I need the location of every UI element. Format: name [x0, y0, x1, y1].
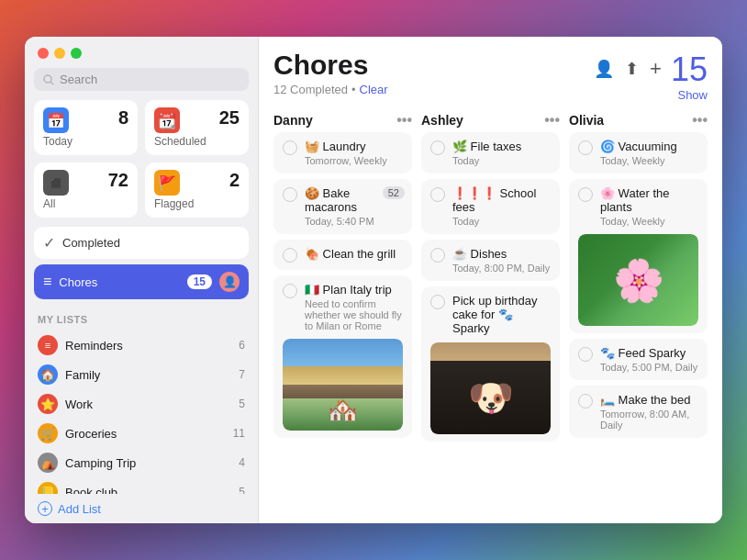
olivia-more-button[interactable]: •••: [692, 112, 708, 129]
camping-label: Camping Trip: [65, 456, 231, 470]
task-subtitle: Today: [452, 155, 521, 166]
reminders-count: 6: [239, 339, 245, 352]
list-items: ≡ Reminders 6 🏠 Family 7 ⭐ Work 5 🛒 Groc…: [25, 330, 258, 494]
add-list-button[interactable]: + Add List: [25, 494, 258, 523]
completed-item[interactable]: ✓ Completed: [34, 227, 249, 259]
task-subtitle: Today, 5:00 PM, Daily: [600, 362, 697, 373]
search-bar[interactable]: Search: [34, 68, 249, 91]
share-button[interactable]: ⬆: [625, 59, 639, 79]
task-circle[interactable]: [283, 248, 297, 263]
task-subtitle: Today: [452, 216, 551, 227]
col-header-olivia: Olivia •••: [569, 112, 708, 129]
task-water-plants[interactable]: 🌸 Water the plants Today, Weekly 🌸: [569, 179, 708, 333]
task-subtitle: Tomorrow, 8:00 AM, Daily: [600, 409, 698, 431]
app-window: Search 📅 8 Today 📆 25 Scheduled ⬛: [25, 37, 722, 523]
task-school-fees[interactable]: ❗❗❗ School fees Today: [421, 179, 560, 234]
task-clean-grill[interactable]: 🍖 Clean the grill: [273, 240, 412, 270]
scheduled-icon: 📆: [154, 107, 180, 133]
task-circle[interactable]: [578, 347, 593, 362]
sidebar-item-reminders[interactable]: ≡ Reminders 6: [25, 330, 258, 360]
task-title: 🍖 Clean the grill: [305, 247, 396, 261]
task-circle[interactable]: [283, 284, 297, 298]
quick-item-flagged[interactable]: 🚩 2 Flagged: [145, 162, 249, 218]
task-title: 🌀 Vacuuming: [600, 140, 677, 153]
task-make-bed[interactable]: 🛏️ Make the bed Tomorrow, 8:00 AM, Daily: [569, 386, 708, 438]
task-circle[interactable]: [283, 187, 297, 202]
chores-list-icon: ≡: [43, 274, 51, 290]
task-note: Need to confirm whether we should fly to…: [305, 298, 403, 331]
dog-image: 🐶: [430, 342, 551, 434]
columns-header: Danny ••• Ashley ••• Olivia •••: [259, 103, 722, 132]
header-actions: 👤 ⬆ +: [594, 53, 662, 81]
scheduled-count: 25: [219, 107, 240, 129]
page-title: Chores: [273, 50, 388, 81]
sidebar-item-groceries[interactable]: 🛒 Groceries 11: [25, 419, 258, 448]
task-feed-sparky[interactable]: 🐾 Feed Sparky Today, 5:00 PM, Daily: [569, 339, 708, 380]
add-task-button[interactable]: +: [650, 57, 662, 81]
bookclub-icon: 📒: [38, 482, 58, 494]
close-button[interactable]: [38, 48, 49, 59]
task-circle[interactable]: [430, 187, 445, 202]
all-icon: ⬛: [43, 170, 69, 196]
task-circle[interactable]: [430, 140, 445, 155]
search-icon: [43, 74, 54, 85]
quick-item-today[interactable]: 📅 8 Today: [34, 100, 138, 155]
traffic-lights: [25, 48, 258, 68]
task-vacuuming[interactable]: 🌀 Vacuuming Today, Weekly: [569, 132, 708, 174]
task-title: Pick up birthday cake for 🐾 Sparky: [452, 294, 551, 335]
task-circle[interactable]: [578, 394, 593, 409]
task-subtitle: Today, 5:40 PM: [305, 216, 403, 227]
search-placeholder: Search: [60, 73, 97, 86]
completed-icon: ✓: [43, 234, 55, 252]
quick-items-grid: 📅 8 Today 📆 25 Scheduled ⬛ 72 All: [25, 100, 258, 227]
col-header-ashley: Ashley •••: [421, 112, 560, 129]
task-laundry[interactable]: 🧺 Laundry Tomorrow, Weekly: [273, 132, 412, 174]
minimize-button[interactable]: [54, 48, 65, 59]
flower-image: 🌸: [578, 234, 698, 326]
task-circle[interactable]: [578, 187, 593, 202]
task-circle[interactable]: [578, 140, 593, 155]
groceries-label: Groceries: [65, 427, 226, 441]
family-icon: 🏠: [38, 364, 58, 385]
danny-column: 🧺 Laundry Tomorrow, Weekly 🍪 Bake macaro…: [273, 132, 412, 514]
clear-button[interactable]: Clear: [360, 83, 388, 96]
quick-item-scheduled[interactable]: 📆 25 Scheduled: [145, 100, 249, 155]
groceries-icon: 🛒: [38, 423, 58, 443]
sidebar-item-work[interactable]: ⭐ Work 5: [25, 389, 258, 419]
italy-image: 🏘️: [283, 339, 403, 431]
scheduled-label: Scheduled: [154, 135, 240, 148]
task-circle[interactable]: [430, 248, 445, 263]
task-dishes[interactable]: ☕ Dishes Today, 8:00 PM, Daily: [421, 240, 560, 281]
task-file-taxes[interactable]: 🌿 File taxes Today: [421, 132, 560, 174]
task-circle[interactable]: [430, 295, 445, 309]
sidebar-item-camping[interactable]: ⛺ Camping Trip 4: [25, 448, 258, 477]
task-title: 🧺 Laundry: [305, 140, 387, 153]
task-title: 🌸 Water the plants: [600, 186, 698, 214]
dot-separator: •: [351, 83, 356, 96]
ashley-more-button[interactable]: •••: [544, 112, 560, 129]
sidebar-item-family[interactable]: 🏠 Family 7: [25, 360, 258, 389]
task-circle[interactable]: [283, 140, 297, 155]
reminders-label: Reminders: [65, 339, 231, 353]
flagged-count: 2: [229, 170, 240, 191]
svg-point-0: [44, 75, 51, 83]
task-bake-macarons[interactable]: 🍪 Bake macarons Today, 5:40 PM 52: [273, 179, 412, 234]
reminders-icon: ≡: [38, 335, 58, 355]
show-button[interactable]: Show: [677, 88, 708, 102]
task-subtitle: Tomorrow, Weekly: [305, 155, 387, 166]
chores-sidebar-item[interactable]: ≡ Chores 15 👤: [34, 264, 249, 299]
my-lists-section-title: My Lists: [25, 312, 258, 330]
task-plan-italy[interactable]: 🇮🇹 Plan Italy trip Need to confirm wheth…: [273, 275, 412, 438]
danny-more-button[interactable]: •••: [396, 112, 412, 129]
task-badge: 52: [383, 186, 405, 199]
quick-item-all[interactable]: ⬛ 72 All: [34, 162, 138, 218]
today-label: Today: [43, 135, 128, 148]
count-area: 15 Show: [671, 53, 708, 103]
task-subtitle: Today, 8:00 PM, Daily: [452, 263, 550, 274]
maximize-button[interactable]: [71, 48, 82, 59]
sidebar-item-bookclub[interactable]: 📒 Book club 5: [25, 477, 258, 494]
sidebar: Search 📅 8 Today 📆 25 Scheduled ⬛: [25, 37, 259, 523]
family-count: 7: [239, 368, 245, 381]
task-birthday-cake[interactable]: Pick up birthday cake for 🐾 Sparky 🐶: [421, 286, 560, 442]
user-icon-button[interactable]: 👤: [594, 59, 614, 79]
